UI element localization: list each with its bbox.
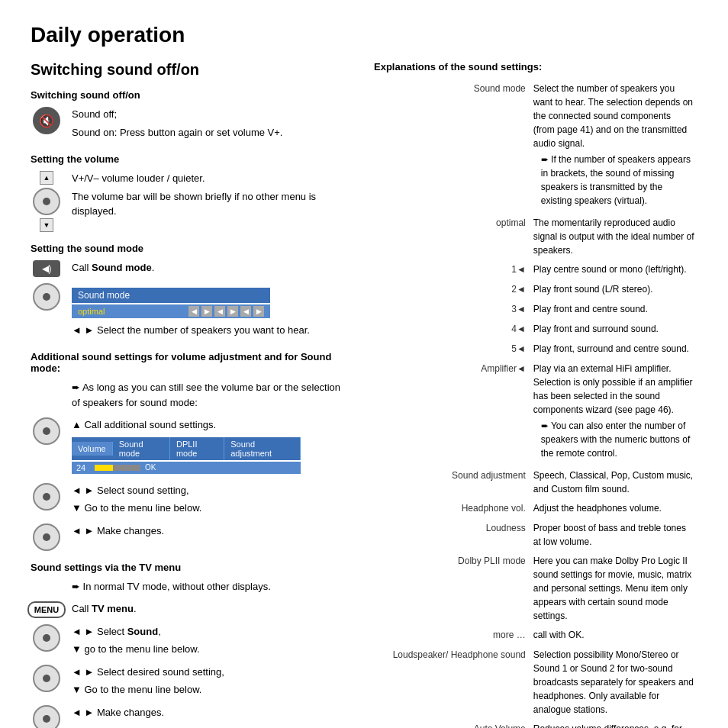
sound-mode-menu-value: optimal ◀ ▶ ◀ ▶ ◀ ▶ (72, 304, 270, 318)
vol-tab-soundmode: Sound mode (113, 437, 170, 460)
sound-row-label: 1◄ (374, 261, 533, 281)
sound-row-label: Sound adjustment (374, 467, 533, 500)
sound-row-label: Auto Volume (374, 720, 533, 728)
menu-btn-box: MENU (31, 601, 63, 618)
setting-volume-row: ▲ ▼ V+/V– volume louder / quieter. The v… (31, 171, 351, 232)
sound-row-text: Selection possibility Mono/Stereo or Sou… (533, 646, 697, 720)
additional-heading: Additional sound settings for volume adj… (31, 351, 351, 374)
sound-row-text: Play front and surround sound. (533, 321, 697, 340)
knob-icon-box-3 (31, 417, 63, 445)
tv-menu-step1: ◄ ► Select Sound, (72, 624, 351, 639)
additional-step3-text: ◄ ► Make changes. (72, 523, 351, 542)
knob-icon-box-7 (31, 665, 63, 692)
sound-table-row: Auto VolumeReduces volume differences, e… (374, 720, 697, 728)
sound-table-row: optimalThe momentarily reproduced audio … (374, 214, 697, 261)
sound-row-text: Proper boost of bass and treble tones at… (533, 520, 697, 552)
knob-icon-box-8 (31, 705, 63, 729)
tv-menu-heading: Sound settings via the TV menu (31, 562, 351, 573)
sound-row-text: The momentarily reproduced audio signal … (533, 214, 697, 261)
sound-row-text: Play front, surround and centre sound. (533, 340, 697, 360)
sound-mode-instruction: ◄ ► Select the number of speakers you wa… (72, 323, 351, 338)
left-column: Switching sound off/on Switching sound o… (31, 61, 351, 728)
sound-table-row: LoudnessProper boost of bass and treble … (374, 520, 697, 552)
tv-menu-step3: ◄ ► Make changes. (72, 705, 351, 720)
switching-sound-row: 🔇 Sound off; Sound on: Press button agai… (31, 107, 351, 143)
sound-table-row: Amplifier◄Play via an external HiFi ampl… (374, 360, 697, 467)
tv-menu-row1: ➨ In normal TV mode, without other displ… (31, 579, 351, 598)
switching-sound-heading: Switching sound off/on (31, 89, 351, 101)
sound-row-text: call with OK. (533, 627, 697, 646)
right-column: Explanations of the sound settings: Soun… (374, 61, 697, 728)
vol-tab-dplii: DPLII mode (170, 437, 224, 460)
vol-knob-icon (33, 188, 60, 215)
additional-row4: ◄ ► Make changes. (31, 523, 351, 551)
mute-icon-box: 🔇 (31, 107, 63, 134)
right-heading: Explanations of the sound settings: (374, 61, 697, 72)
sound-row-label: Sound mode (374, 80, 533, 214)
sound-settings-table: Sound modeSelect the number of speakers … (374, 80, 697, 728)
vol-knob-icon-2 (33, 283, 60, 311)
additional-row1: ➨ As long as you can still see the volum… (31, 380, 351, 413)
sound-mode-call-text: Call Sound mode. (72, 260, 351, 279)
sound-mode-icon-box: ◀) (31, 260, 63, 277)
tv-menu-step3-text: ◄ ► Make changes. (72, 705, 351, 723)
sound-row-label: Headphone vol. (374, 500, 533, 520)
sound-mode-menu-text: Sound mode optimal ◀ ▶ ◀ ▶ ◀ ▶ ◄ ► Selec… (72, 283, 351, 341)
sound-row-label: 3◄ (374, 301, 533, 321)
sound-row-label: optimal (374, 214, 533, 261)
setting-volume-text: V+/V– volume louder / quieter. The volum… (72, 171, 351, 222)
sound-table-row: Sound adjustmentSpeech, Classical, Pop, … (374, 467, 697, 500)
switching-sound-text: Sound off; Sound on: Press button again … (72, 107, 351, 143)
sound-on-line: Sound on: Press button again or set volu… (72, 125, 351, 140)
sound-table-row: 4◄Play front and surround sound. (374, 321, 697, 340)
knob-icon-box-5 (31, 523, 63, 551)
sound-row-text: Play via an external HiFi amplifier. Sel… (533, 360, 697, 467)
vol-menu-row2: 24 OK (72, 462, 301, 474)
sound-table-row: 5◄Play front, surround and centre sound. (374, 340, 697, 360)
sound-row-label: Loudness (374, 520, 533, 552)
vol-down-icon: ▼ (40, 218, 53, 232)
sound-row-text: Play front and centre sound. (533, 301, 697, 321)
sound-row-text: Play front sound (L/R stereo). (533, 281, 697, 301)
knob-icon-box-6 (31, 624, 63, 652)
vol-knob-icon-3 (33, 417, 60, 445)
vol-knob-icon-6 (33, 624, 60, 652)
sound-mode-heading: Setting the sound mode (31, 243, 351, 254)
page-title: Daily operation (31, 23, 697, 47)
sound-mode-menu-bar: Sound mode (72, 288, 270, 303)
sound-row-sub: ➨ You can also enter the number of speak… (533, 419, 694, 460)
tv-menu-step1b: ▼ go to the menu line below. (72, 642, 351, 657)
vol-number: 24 (76, 463, 90, 472)
sound-row-label: 4◄ (374, 321, 533, 340)
sound-row-text: Speech, Classical, Pop, Custom music, an… (533, 467, 697, 500)
vol-tab-soundadj: Sound adjustment (224, 437, 301, 460)
additional-line2: ▲ Call additional sound settings. (72, 417, 351, 433)
tv-menu-row3: ◄ ► Select Sound, ▼ go to the menu line … (31, 624, 351, 660)
additional-step1: ◄ ► Select sound setting, (72, 483, 351, 498)
sound-table-row: 1◄Play centre sound or mono (left/right)… (374, 261, 697, 281)
knob-icon-box-4 (31, 483, 63, 511)
vol-knob-icon-4 (33, 483, 60, 511)
sound-row-text: Play centre sound or mono (left/right). (533, 261, 697, 281)
sound-table-row: Headphone vol.Adjust the headphones volu… (374, 500, 697, 520)
setting-volume-heading: Setting the volume (31, 153, 351, 165)
menu-btn-icon: MENU (27, 601, 66, 618)
additional-row2: ▲ Call additional sound settings. Volume… (31, 417, 351, 478)
tv-menu-step2: ◄ ► Select desired sound setting, (72, 665, 351, 680)
tv-menu-line1-text: ➨ In normal TV mode, without other displ… (72, 579, 351, 598)
vol-tab-volume: Volume (72, 442, 113, 456)
tv-menu-call: Call TV menu. (72, 601, 351, 617)
sound-table-row: Sound modeSelect the number of speakers … (374, 80, 697, 214)
sound-row-sub: ➨ If the number of speakers appears in b… (533, 153, 694, 208)
sound-mode-call: Call Sound mode. (72, 260, 351, 275)
vol-menu-tabs: Volume Sound mode DPLII mode Sound adjus… (72, 437, 301, 460)
tv-menu-call-text: Call TV menu. (72, 601, 351, 620)
sound-mode-btn-icon: ◀) (33, 260, 60, 277)
additional-row3: ◄ ► Select sound setting, ▼ Go to the me… (31, 483, 351, 519)
mute-icon: 🔇 (33, 107, 60, 134)
additional-text2: ▲ Call additional sound settings. Volume… (72, 417, 351, 478)
additional-line1: ➨ As long as you can still see the volum… (72, 380, 351, 410)
sound-mode-menu-row: Sound mode optimal ◀ ▶ ◀ ▶ ◀ ▶ ◄ ► Selec… (31, 283, 351, 341)
vol-up-icon: ▲ (40, 171, 53, 185)
sound-mode-row: ◀) Call Sound mode. (31, 260, 351, 279)
